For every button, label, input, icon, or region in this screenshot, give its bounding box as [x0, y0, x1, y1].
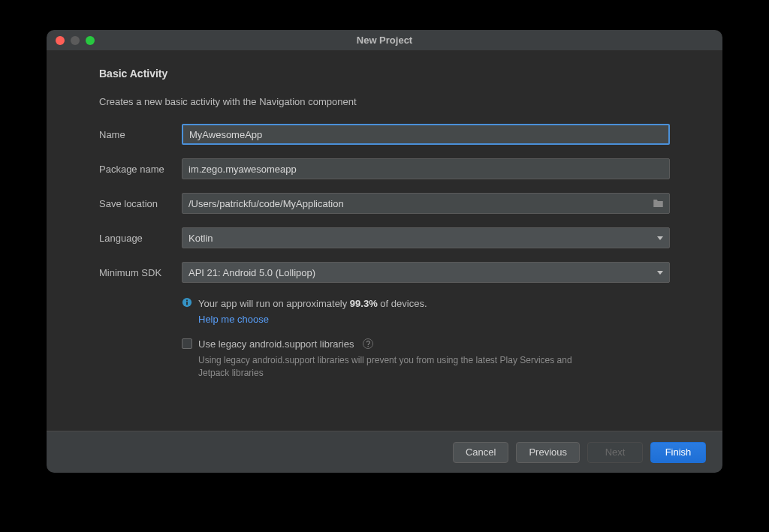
save-location-label: Save location: [99, 198, 182, 209]
section-description: Creates a new basic activity with the Na…: [99, 96, 670, 107]
sdk-info-block: Your app will run on approximately 99.3%…: [182, 296, 670, 380]
save-location-input[interactable]: [182, 193, 670, 214]
help-me-choose-link[interactable]: Help me choose: [198, 314, 269, 325]
row-language: Language Kotlin: [99, 227, 670, 248]
new-project-dialog: New Project Basic Activity Creates a new…: [47, 30, 722, 473]
dialog-footer: Cancel Previous Next Finish: [47, 431, 722, 473]
name-input[interactable]: [182, 124, 670, 145]
legacy-libraries-label: Use legacy android.support libraries: [198, 338, 354, 350]
package-name-input[interactable]: [182, 158, 670, 179]
help-icon[interactable]: ?: [363, 338, 373, 349]
close-window-icon[interactable]: [56, 36, 65, 45]
minimize-window-icon: [71, 36, 80, 45]
legacy-libraries-row: Use legacy android.support libraries ?: [182, 338, 670, 350]
device-coverage-text: Your app will run on approximately 99.3%…: [198, 296, 427, 311]
folder-icon[interactable]: [653, 199, 664, 209]
row-minimum-sdk: Minimum SDK API 21: Android 5.0 (Lollipo…: [99, 262, 670, 283]
language-select[interactable]: Kotlin: [182, 227, 670, 248]
dialog-content: Basic Activity Creates a new basic activ…: [47, 51, 722, 431]
row-package-name: Package name: [99, 158, 670, 179]
chevron-down-icon: [657, 271, 663, 275]
minimum-sdk-select[interactable]: API 21: Android 5.0 (Lollipop): [182, 262, 670, 283]
next-button: Next: [587, 442, 643, 463]
svg-rect-2: [186, 300, 188, 302]
cancel-button[interactable]: Cancel: [453, 442, 508, 463]
row-name: Name: [99, 124, 670, 145]
info-icon: [182, 297, 192, 308]
window-controls: [56, 36, 95, 45]
title-bar: New Project: [47, 30, 722, 51]
package-name-label: Package name: [99, 164, 182, 175]
minimum-sdk-value: API 21: Android 5.0 (Lollipop): [188, 267, 315, 278]
legacy-libraries-note: Using legacy android.support libraries w…: [198, 354, 589, 380]
svg-rect-1: [186, 302, 188, 305]
name-label: Name: [99, 129, 182, 140]
minimum-sdk-label: Minimum SDK: [99, 267, 182, 278]
maximize-window-icon[interactable]: [86, 36, 95, 45]
chevron-down-icon: [657, 236, 663, 240]
previous-button[interactable]: Previous: [516, 442, 580, 463]
language-value: Kotlin: [188, 233, 213, 244]
finish-button[interactable]: Finish: [650, 442, 706, 463]
language-label: Language: [99, 233, 182, 244]
legacy-libraries-checkbox[interactable]: [182, 338, 192, 349]
row-save-location: Save location: [99, 193, 670, 214]
section-title: Basic Activity: [99, 68, 670, 80]
window-title: New Project: [47, 35, 722, 46]
